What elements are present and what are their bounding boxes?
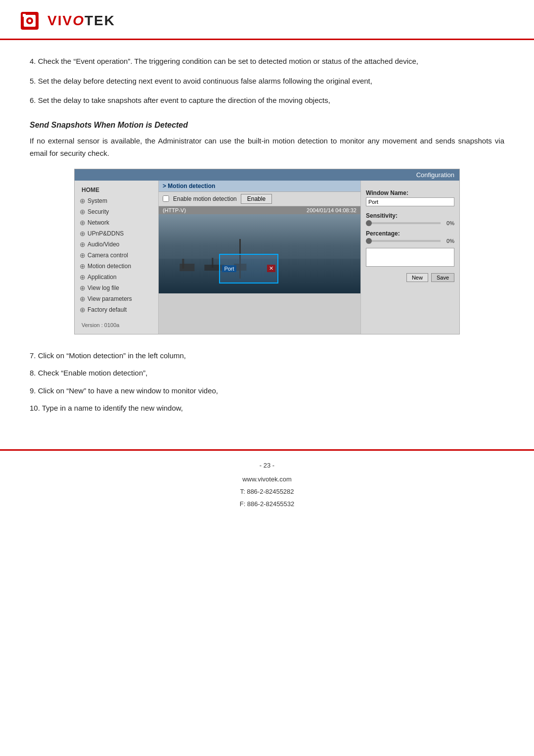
window-name-label: Window Name: <box>366 189 454 196</box>
svg-rect-6 <box>182 259 184 269</box>
expand-icon: ⊕ <box>80 284 86 292</box>
sidebar-item-security[interactable]: ⊕ Security <box>75 206 158 217</box>
camera-header: (HTTP-V) 2004/01/14 04:08:32 <box>159 206 360 214</box>
step-7: 7. Click on “Motion detection” in the le… <box>30 349 504 362</box>
cam-timestamp: 2004/01/14 04:08:32 <box>307 207 356 213</box>
motion-detection-bar[interactable]: > Motion detection <box>159 181 360 192</box>
expand-icon: ⊕ <box>80 262 86 270</box>
action-buttons: New Save <box>366 273 454 282</box>
vivotek-logo-icon <box>20 9 44 33</box>
sidebar-item-label: View log file <box>88 284 119 291</box>
slider-thumb-2 <box>366 238 372 244</box>
percentage-row: 0% <box>366 238 454 244</box>
logo-text: VIVOTEK <box>47 13 115 29</box>
step-10: 10. Type in a name to identify the new w… <box>30 402 504 415</box>
section-title: Send Snapshots When Motion is Detected <box>30 121 504 130</box>
step-9: 9. Click on “New” to have a new window t… <box>30 384 504 397</box>
logo: VIVOTEK <box>20 9 514 33</box>
ui-right-panel: Window Name: Sensitivity: 0% Percentage:… <box>360 181 459 334</box>
notes-textarea[interactable] <box>366 248 454 267</box>
expand-icon: ⊕ <box>80 219 86 227</box>
sidebar-item-label: Audio/Video <box>88 241 120 248</box>
svg-rect-5 <box>179 264 194 271</box>
section-desc: If no external sensor is available, the … <box>30 135 504 160</box>
percentage-label: Percentage: <box>366 230 454 237</box>
sidebar-item-audiovideo[interactable]: ⊕ Audio/Video <box>75 239 158 250</box>
sidebar-item-label: Application <box>88 274 117 281</box>
new-button[interactable]: New <box>406 273 428 282</box>
sidebar-item-label: Factory default <box>88 306 127 313</box>
cam-source-label: (HTTP-V) <box>163 207 186 213</box>
expand-icon: ⊕ <box>80 306 86 314</box>
cam-selection-close-icon[interactable]: ✕ <box>267 265 275 272</box>
sidebar-item-camera-control[interactable]: ⊕ Camera control <box>75 250 158 261</box>
footer-website: www.vivotek.com <box>0 473 534 486</box>
enable-motion-checkbox[interactable] <box>163 195 169 202</box>
sensitivity-label: Sensitivity: <box>366 212 454 219</box>
slider-thumb <box>366 220 372 226</box>
percentage-slider[interactable] <box>366 240 441 242</box>
ui-body: HOME ⊕ System ⊕ Security ⊕ Network ⊕ UPn… <box>75 181 459 334</box>
expand-icon: ⊕ <box>80 295 86 303</box>
enable-motion-row: Enable motion detection Enable <box>159 192 360 206</box>
camera-view: Port ✕ <box>159 214 360 293</box>
sidebar-item-label: View parameters <box>88 295 132 302</box>
svg-rect-4 <box>23 14 26 17</box>
steps-list: 7. Click on “Motion detection” in the le… <box>30 349 504 415</box>
main-content: 4. Check the “Event operation”. The trig… <box>0 40 534 429</box>
expand-icon: ⊕ <box>80 273 86 281</box>
sensitivity-row: 0% <box>366 220 454 226</box>
window-name-input[interactable] <box>366 197 454 206</box>
sensitivity-slider[interactable] <box>366 222 441 224</box>
ui-screenshot-box: Configuration HOME ⊕ System ⊕ Security ⊕… <box>74 169 460 334</box>
paragraph-5: 5. Set the delay before detecting next e… <box>30 75 504 88</box>
sidebar-item-network[interactable]: ⊕ Network <box>75 217 158 228</box>
sidebar-item-label: Camera control <box>88 252 128 259</box>
sidebar-item-motion-detection[interactable]: ⊕ Motion detection <box>75 261 158 272</box>
enable-motion-label: Enable motion detection <box>173 195 237 202</box>
expand-icon: ⊕ <box>80 208 86 216</box>
sidebar-item-factory-default[interactable]: ⊕ Factory default <box>75 304 158 315</box>
expand-icon: ⊕ <box>80 197 86 205</box>
sidebar-item-view-log[interactable]: ⊕ View log file <box>75 283 158 293</box>
sensitivity-value: 0% <box>444 220 454 226</box>
expand-icon: ⊕ <box>80 240 86 248</box>
sidebar-item-label: Motion detection <box>88 263 131 270</box>
footer-fax: F: 886-2-82455532 <box>0 498 534 511</box>
ui-nav: HOME ⊕ System ⊕ Security ⊕ Network ⊕ UPn… <box>75 181 159 334</box>
percentage-value: 0% <box>444 238 454 244</box>
svg-point-3 <box>28 19 31 22</box>
sidebar-item-application[interactable]: ⊕ Application <box>75 272 158 283</box>
sidebar-item-label: UPnP&DDNS <box>88 230 124 237</box>
sidebar-item-upnp[interactable]: ⊕ UPnP&DDNS <box>75 228 158 239</box>
paragraph-4: 4. Check the “Event operation”. The trig… <box>30 55 504 68</box>
sidebar-item-label: Network <box>88 219 109 226</box>
ui-center-panel: > Motion detection Enable motion detecti… <box>159 181 360 334</box>
sidebar-item-system[interactable]: ⊕ System <box>75 195 158 206</box>
enable-button[interactable]: Enable <box>241 194 272 204</box>
expand-icon: ⊕ <box>80 230 86 237</box>
step-8: 8. Check “Enable motion detection”, <box>30 367 504 379</box>
paragraph-6: 6. Set the delay to take snapshots after… <box>30 94 504 107</box>
nav-home[interactable]: HOME <box>75 185 158 195</box>
footer-tel: T: 886-2-82455282 <box>0 486 534 498</box>
header: VIVOTEK <box>0 0 534 40</box>
sidebar-item-label: System <box>88 197 107 204</box>
expand-icon: ⊕ <box>80 251 86 259</box>
ui-title-bar: Configuration <box>75 169 459 181</box>
cam-selection-box[interactable]: Port ✕ <box>219 254 278 284</box>
svg-rect-8 <box>212 258 213 268</box>
footer: - 23 - www.vivotek.com T: 886-2-82455282… <box>0 451 534 517</box>
cam-selection-label: Port <box>222 265 236 272</box>
sidebar-item-label: Security <box>88 208 109 215</box>
sidebar-item-view-params[interactable]: ⊕ View parameters <box>75 293 158 304</box>
nav-version: Version : 0100a <box>75 320 158 330</box>
page-number: - 23 - <box>0 460 534 472</box>
save-button[interactable]: Save <box>431 273 454 282</box>
